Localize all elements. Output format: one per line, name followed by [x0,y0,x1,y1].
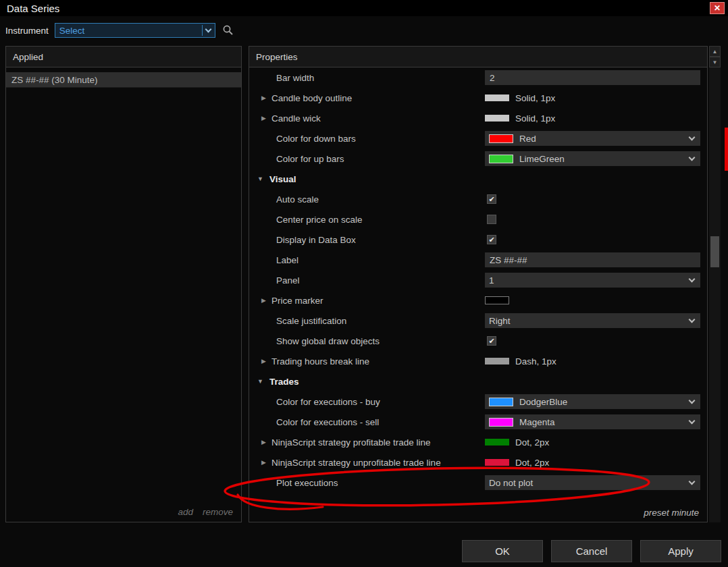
ok-button[interactable]: OK [462,540,543,562]
color-dropdown[interactable]: Red [485,131,700,146]
check-icon: ✔ [488,236,494,244]
property-row[interactable]: Scale justificationRight [249,310,707,331]
checkbox[interactable]: ✔ [487,336,496,346]
property-label: Plot executions [276,478,338,488]
property-label-cell: Color for down bars [249,128,482,148]
instrument-search-button[interactable] [222,24,234,36]
instrument-combobox[interactable]: Select [55,23,215,38]
property-row[interactable]: ▶Price marker [249,290,707,310]
value-dropdown[interactable]: Do not plot [485,475,700,490]
dropdown-value: Do not plot [489,478,533,488]
property-label: Color for executions - buy [276,397,380,407]
property-value-cell: 1 [482,270,707,290]
color-name: Magenta [519,417,555,427]
property-row[interactable]: Center price on scale [249,209,707,230]
chevron-down-icon[interactable] [203,24,215,36]
property-row[interactable]: Color for executions - sellMagenta [249,412,707,432]
properties-scrollbar[interactable]: ▲ ▼ [709,46,721,522]
text-input[interactable]: ZS ##-## [485,252,700,267]
property-row[interactable]: Display in Data Box✔ [249,230,707,250]
instrument-label: Instrument [5,26,49,36]
window-title: Data Series [7,3,59,14]
property-label: Scale justification [276,316,346,326]
expander-icon[interactable]: ▶ [261,115,271,122]
property-row[interactable]: ▶NinjaScript strategy profitable trade l… [249,432,707,452]
chevron-down-icon [685,132,698,144]
applied-list-item[interactable]: ZS ##-## (30 Minute) [6,72,241,88]
property-row[interactable]: Color for up barsLimeGreen [249,148,707,169]
checkbox[interactable] [487,215,496,224]
line-style-label: Dot, 2px [515,437,549,448]
property-value-cell: Red [482,128,707,148]
property-category-row[interactable]: ▼Trades [249,371,707,392]
value-dropdown[interactable]: Right [485,313,700,328]
color-swatch [489,155,513,163]
expander-icon[interactable]: ▶ [261,297,271,304]
property-label-cell: ▶Price marker [249,290,482,310]
expander-icon[interactable]: ▶ [261,439,271,446]
property-label: Auto scale [276,194,319,205]
scroll-down-button[interactable]: ▼ [709,57,721,68]
applied-actions: add remove [178,507,233,517]
property-row[interactable]: Color for executions - buyDodgerBlue [249,392,707,412]
color-swatch[interactable] [485,296,509,304]
property-label-cell: Auto scale [249,189,482,209]
expander-icon[interactable]: ▶ [261,459,271,466]
property-label-cell: ▶NinjaScript strategy unprofitable trade… [249,452,482,473]
property-row[interactable]: Color for down barsRed [249,128,707,148]
property-value-cell: Solid, 1px [482,108,707,128]
expander-open-icon[interactable]: ▼ [257,378,269,385]
color-dropdown[interactable]: LimeGreen [485,151,700,166]
property-value-cell [482,169,707,189]
property-row[interactable]: ▶NinjaScript strategy unprofitable trade… [249,452,707,473]
add-link[interactable]: add [178,507,193,517]
property-value-cell: LimeGreen [482,148,707,169]
scroll-up-button[interactable]: ▲ [709,46,721,57]
property-label-cell: Label [249,250,482,270]
property-label-cell: ▶Candle body outline [249,88,482,108]
apply-button[interactable]: Apply [640,540,721,562]
value-dropdown[interactable]: 1 [485,273,700,288]
property-row[interactable]: ▶Candle wickSolid, 1px [249,108,707,128]
color-name: LimeGreen [519,154,565,164]
expander-open-icon[interactable]: ▼ [257,176,269,182]
property-row[interactable]: Show global draw objects✔ [249,331,707,351]
property-label-cell: Color for up bars [249,148,482,169]
property-label-cell: ▼Visual [249,169,482,189]
applied-header: Applied [6,47,241,68]
chevron-down-icon [685,274,698,286]
property-label-cell: ▼Trades [249,371,482,392]
line-style-swatch [485,439,509,446]
property-row[interactable]: ▶Trading hours break lineDash, 1px [249,351,707,371]
property-row[interactable]: LabelZS ##-## [249,250,707,270]
property-label: Color for executions - sell [276,417,379,427]
property-category-row[interactable]: ▼Visual [249,169,707,189]
property-label-cell: Color for executions - sell [249,412,482,432]
color-dropdown[interactable]: DodgerBlue [485,394,700,409]
scrollbar-thumb[interactable] [710,236,719,267]
property-value-cell: Do not plot [482,473,707,493]
property-label-cell: ▶Trading hours break line [249,351,482,371]
checkbox[interactable]: ✔ [487,194,496,204]
close-icon: ✕ [714,3,721,13]
color-dropdown[interactable]: Magenta [485,414,700,429]
property-value-cell: 2 [482,68,707,88]
line-style-swatch [485,459,509,466]
instrument-toolbar: Instrument Select [5,22,234,38]
expander-icon[interactable]: ▶ [261,358,271,364]
property-row[interactable]: Bar width2 [249,68,707,88]
color-swatch [489,134,513,143]
remove-link[interactable]: remove [203,507,233,517]
text-input[interactable]: 2 [485,70,700,85]
property-row[interactable]: ▶Candle body outlineSolid, 1px [249,88,707,108]
property-row[interactable]: Panel1 [249,270,707,290]
checkbox[interactable]: ✔ [487,235,496,244]
cancel-button[interactable]: Cancel [551,540,632,562]
property-row[interactable]: Auto scale✔ [249,189,707,209]
close-button[interactable]: ✕ [710,2,725,14]
dropdown-value: 1 [489,275,494,286]
expander-icon[interactable]: ▶ [261,94,271,101]
property-row[interactable]: Plot executionsDo not plot [249,473,707,493]
preset-link[interactable]: preset minute [644,508,699,518]
property-label: Color for up bars [276,154,344,164]
